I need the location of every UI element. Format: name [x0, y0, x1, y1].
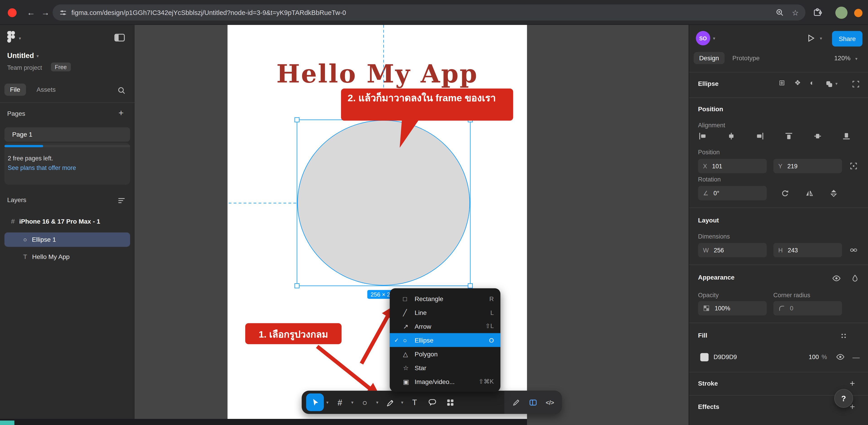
plan-notice-text: 2 free pages left.: [8, 155, 53, 162]
layer-item-ellipse-selected[interactable]: ○ Ellipse 1: [4, 232, 130, 247]
menu-item-rectangle[interactable]: □ Rectangle R: [390, 292, 501, 305]
rotation-field[interactable]: ∠ 0°: [698, 186, 767, 200]
width-field[interactable]: W 256: [698, 243, 767, 257]
layer-item-frame[interactable]: # iPhone 16 & 17 Pro Max - 1: [0, 215, 135, 228]
browser-profile-avatar[interactable]: [835, 7, 847, 19]
align-bottom-icon[interactable]: [842, 132, 851, 140]
styles-icon[interactable]: [840, 332, 847, 340]
align-v-center-icon[interactable]: [813, 132, 822, 140]
constrain-proportions-icon[interactable]: [850, 246, 857, 254]
pen-tool-button[interactable]: [381, 393, 399, 411]
canvas[interactable]: Hello My App 256 × 243 2. แล้วก็มาวาดลงใ…: [135, 25, 689, 425]
x-position-field[interactable]: X 101: [698, 159, 767, 173]
add-page-icon[interactable]: +: [119, 108, 124, 118]
mask-icon[interactable]: ◐: [810, 78, 814, 87]
boolean-chevron-icon[interactable]: ▾: [835, 81, 838, 86]
menu-item-image-video[interactable]: ▣ Image/video... ⇧⌘K: [390, 375, 501, 389]
menu-item-ellipse[interactable]: ✓ ○ Ellipse O: [390, 333, 501, 347]
comment-tool-button[interactable]: [424, 393, 441, 411]
back-icon[interactable]: ←: [23, 8, 39, 17]
user-avatar[interactable]: SO: [696, 31, 710, 45]
fill-color-swatch[interactable]: [700, 353, 709, 361]
align-right-icon[interactable]: [755, 132, 765, 140]
y-position-field[interactable]: Y 219: [773, 159, 842, 173]
annotate-icon[interactable]: [512, 398, 520, 406]
layout-grid-icon[interactable]: ⊞: [779, 78, 785, 87]
tab-assets[interactable]: Assets: [31, 84, 61, 96]
bookmark-star-icon[interactable]: ☆: [792, 8, 799, 17]
fill-hex-value[interactable]: D9D9D9: [714, 354, 737, 360]
help-button[interactable]: ?: [834, 389, 853, 408]
layout-header: Layout: [698, 217, 719, 223]
file-name-chevron-icon[interactable]: ▾: [36, 54, 39, 59]
avatar-chevron-icon[interactable]: ▾: [713, 36, 715, 41]
flip-vertical-icon[interactable]: [829, 189, 838, 198]
see-plans-link[interactable]: See plans that offer more: [8, 164, 76, 171]
sidebar-toggle-icon[interactable]: [114, 33, 125, 42]
layer-item-text[interactable]: T Hello My App: [0, 250, 135, 263]
water-drop-icon[interactable]: [851, 274, 859, 282]
file-name[interactable]: Untitled: [7, 52, 34, 60]
rotate-90-icon[interactable]: [780, 189, 789, 198]
code-icon[interactable]: </>: [546, 399, 554, 405]
menu-item-line[interactable]: ╱ Line L: [390, 305, 501, 319]
address-bar[interactable]: figma.com/design/p1GGh7IC342ejYcSbblszj/…: [53, 4, 805, 21]
menu-item-star[interactable]: ☆ Star: [390, 361, 501, 375]
align-h-center-icon[interactable]: [727, 132, 736, 140]
figma-logo-icon[interactable]: [7, 31, 15, 42]
site-settings-icon[interactable]: [59, 9, 67, 16]
dev-mode-toggle-icon[interactable]: [528, 398, 537, 406]
tab-file[interactable]: File: [4, 84, 26, 96]
fill-percent-sign: %: [822, 354, 827, 360]
pen-tool-chevron-icon[interactable]: ▾: [399, 400, 406, 405]
tab-design[interactable]: Design: [694, 52, 724, 64]
search-icon[interactable]: [117, 86, 126, 95]
menu-item-polygon[interactable]: △ Polygon: [390, 347, 501, 361]
fill-visibility-eye-icon[interactable]: [836, 353, 845, 361]
zoom-icon[interactable]: [776, 8, 784, 17]
fill-opacity-value[interactable]: 100: [809, 354, 819, 360]
corner-radius-field[interactable]: 0: [773, 301, 842, 316]
effects-header: Effects: [698, 403, 719, 410]
frame-tool-button[interactable]: #: [331, 393, 349, 411]
present-button[interactable]: [807, 34, 815, 42]
zoom-level[interactable]: 120%: [834, 55, 850, 61]
shape-tool-button[interactable]: ○: [356, 393, 374, 411]
ellipse-shape[interactable]: [297, 120, 470, 286]
present-chevron-icon[interactable]: ▾: [820, 36, 822, 41]
text-tool-button[interactable]: T: [406, 393, 423, 411]
height-field[interactable]: H 243: [773, 243, 842, 257]
absolute-position-icon[interactable]: [850, 162, 857, 170]
selection-bounding-box[interactable]: 256 × 243: [297, 120, 470, 286]
share-button[interactable]: Share: [832, 31, 862, 46]
browser-menu-icon[interactable]: [854, 9, 863, 17]
eye-icon[interactable]: [832, 274, 841, 283]
frame-selection-icon[interactable]: [852, 80, 860, 88]
frame-tool-chevron-icon[interactable]: ▾: [349, 400, 356, 405]
actions-button[interactable]: [441, 393, 459, 411]
zoom-chevron-icon[interactable]: ▾: [855, 57, 858, 61]
align-left-icon[interactable]: [698, 132, 707, 140]
fill-row[interactable]: D9D9D9 100 % —: [698, 350, 860, 364]
layers-filter-icon[interactable]: [117, 196, 126, 205]
remove-fill-icon[interactable]: —: [852, 353, 860, 361]
component-icon[interactable]: ❖: [794, 78, 801, 87]
main-menu-chevron-icon[interactable]: ▾: [19, 36, 21, 41]
add-stroke-icon[interactable]: +: [850, 380, 855, 387]
move-tool-button[interactable]: [306, 393, 324, 411]
align-top-icon[interactable]: [784, 132, 793, 140]
selection-handle-nw[interactable]: [294, 117, 299, 122]
selection-handle-se[interactable]: [468, 284, 473, 288]
frame-title-text[interactable]: Hello My App: [227, 59, 527, 88]
move-tool-chevron-icon[interactable]: ▾: [324, 400, 331, 405]
boolean-union-icon[interactable]: [826, 80, 833, 88]
flip-horizontal-icon[interactable]: [805, 189, 814, 198]
selection-handle-sw[interactable]: [294, 284, 299, 288]
page-item[interactable]: Page 1: [4, 127, 130, 142]
menu-item-arrow[interactable]: ↗ Arrow ⇧L: [390, 319, 501, 333]
tab-prototype[interactable]: Prototype: [727, 52, 765, 64]
extensions-icon[interactable]: [813, 7, 823, 17]
opacity-field[interactable]: 100%: [698, 301, 767, 316]
forward-icon[interactable]: →: [38, 8, 53, 17]
shape-tool-chevron-icon[interactable]: ▾: [374, 400, 381, 405]
